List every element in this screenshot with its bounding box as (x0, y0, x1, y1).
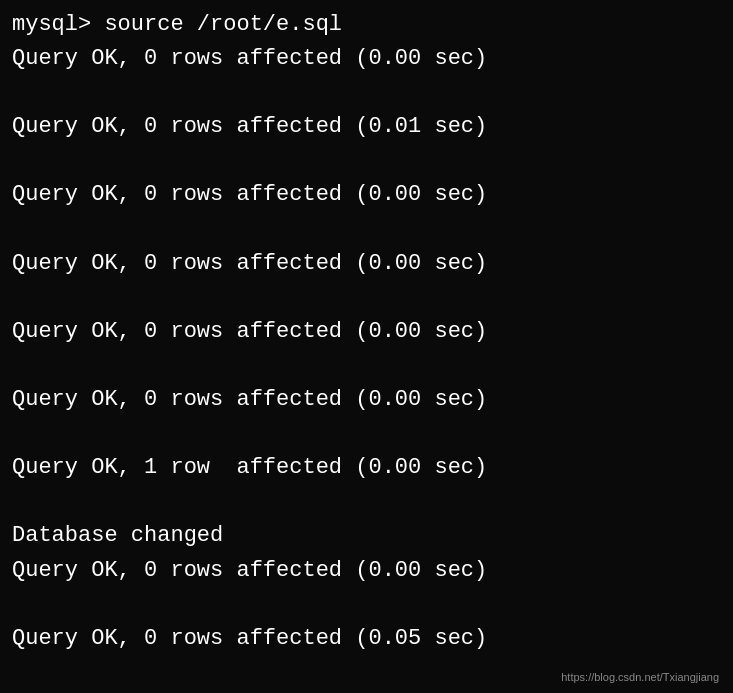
output-line-3: Query OK, 0 rows affected (0.00 sec) (12, 178, 721, 212)
output-line-8: Database changed (12, 519, 721, 553)
empty-line-6 (12, 417, 721, 451)
empty-line-1 (12, 76, 721, 110)
empty-line-5 (12, 349, 721, 383)
output-line-10: Query OK, 0 rows affected (0.05 sec) (12, 622, 721, 656)
output-line-5: Query OK, 0 rows affected (0.00 sec) (12, 315, 721, 349)
empty-line-2 (12, 144, 721, 178)
empty-line-3 (12, 213, 721, 247)
output-line-7: Query OK, 1 row affected (0.00 sec) (12, 451, 721, 485)
output-line-6: Query OK, 0 rows affected (0.00 sec) (12, 383, 721, 417)
terminal-window: mysql> source /root/e.sql Query OK, 0 ro… (12, 8, 721, 685)
command-line: mysql> source /root/e.sql (12, 8, 721, 42)
output-line-9: Query OK, 0 rows affected (0.00 sec) (12, 554, 721, 588)
output-line-1: Query OK, 0 rows affected (0.00 sec) (12, 42, 721, 76)
watermark: https://blog.csdn.net/Txiangjiang (561, 671, 719, 683)
empty-line-7 (12, 485, 721, 519)
empty-line-4 (12, 281, 721, 315)
output-line-4: Query OK, 0 rows affected (0.00 sec) (12, 247, 721, 281)
empty-line-8 (12, 588, 721, 622)
output-line-2: Query OK, 0 rows affected (0.01 sec) (12, 110, 721, 144)
